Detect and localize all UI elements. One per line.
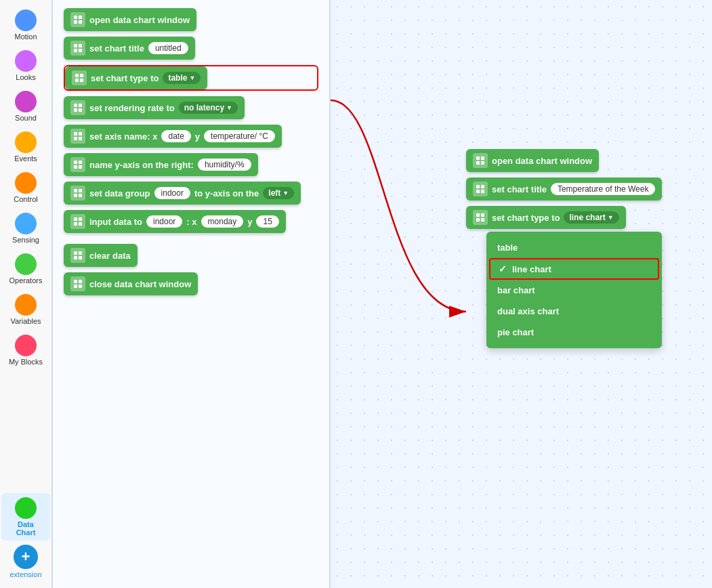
dropdown-item-dualaxis-label: dual axis chart: [497, 306, 559, 316]
sidebar-item-events[interactable]: Events: [1, 127, 50, 167]
sidebar-label-motion: Motion: [14, 33, 37, 41]
right-block-icon-2: [473, 182, 488, 196]
block-clear-data[interactable]: clear data: [64, 244, 318, 267]
sidebar-item-myblocks[interactable]: My Blocks: [1, 331, 50, 370]
sidebar-item-sound[interactable]: Sound: [1, 87, 50, 126]
svg-rect-47: [476, 190, 480, 193]
svg-rect-52: [481, 218, 484, 222]
svg-rect-1: [79, 16, 82, 19]
dropdown-arrow-2: ▼: [226, 104, 232, 111]
datachart-circle: [15, 497, 37, 519]
block-icon-4: [70, 100, 85, 115]
sidebar-item-extension[interactable]: + extension: [1, 541, 50, 583]
svg-rect-50: [481, 213, 484, 217]
svg-rect-9: [80, 74, 83, 77]
checkmark-icon: ✓: [499, 264, 507, 274]
block-input-data[interactable]: input data to indoor : x monday y 15: [64, 210, 318, 233]
dropdown-item-dualaxis[interactable]: dual axis chart: [486, 301, 662, 322]
block-input-data-group[interactable]: indoor: [146, 215, 182, 228]
sidebar-item-control[interactable]: Control: [1, 168, 50, 207]
block-input-y-val[interactable]: 15: [256, 215, 278, 228]
svg-rect-18: [74, 137, 77, 140]
block-icon-10: [70, 276, 85, 291]
right-block-set-title-pill[interactable]: Temperature of the Week: [551, 183, 656, 195]
svg-rect-0: [74, 16, 77, 19]
right-block-set-chart-type[interactable]: set chart type to line chart ▼ table ✓ l…: [466, 206, 662, 348]
block-icon-6: [70, 157, 85, 172]
block-axis-x-val[interactable]: date: [161, 130, 190, 142]
block-icon-1: [70, 12, 85, 27]
block-set-chart-title-pill[interactable]: untitled: [148, 42, 188, 54]
svg-rect-41: [476, 156, 480, 160]
dropdown-item-linechart[interactable]: ✓ line chart: [489, 258, 659, 280]
block-set-chart-type-dropdown[interactable]: table ▼: [163, 72, 201, 84]
block-set-axis-name[interactable]: set axis name: x date y temperature/ °C: [64, 125, 318, 148]
sidebar-item-operators[interactable]: Operators: [1, 249, 50, 289]
sidebar-item-sensing[interactable]: Sensing: [1, 209, 50, 248]
dropdown-item-table-label: table: [497, 243, 518, 253]
dropdown-item-table[interactable]: table: [486, 237, 662, 258]
main-area: open data chart window set chart title u…: [53, 0, 712, 588]
block-name-yaxis-val[interactable]: humidity/%: [198, 159, 251, 171]
svg-rect-37: [79, 280, 82, 283]
block-name-yaxis-right[interactable]: name y-axis on the right: humidity/%: [64, 153, 318, 176]
block-set-data-group[interactable]: set data group indoor to y-axis on the l…: [64, 182, 318, 205]
right-block-set-type-pre: set chart type to: [492, 213, 560, 223]
sidebar-item-motion[interactable]: Motion: [1, 5, 50, 45]
block-data-group-mid: to y-axis on the: [194, 188, 259, 198]
block-input-data-pre: input data to: [89, 217, 142, 227]
svg-rect-3: [79, 20, 82, 24]
block-set-chart-type-pre: set chart type to: [91, 73, 159, 83]
left-panel: open data chart window set chart title u…: [53, 0, 331, 588]
block-set-rendering-dropdown[interactable]: no latency ▼: [179, 102, 238, 114]
svg-rect-29: [79, 217, 82, 221]
sidebar-item-looks[interactable]: Looks: [1, 46, 50, 85]
block-set-chart-title[interactable]: set chart title untitled: [64, 37, 318, 60]
block-data-group-pre: set data group: [89, 188, 150, 198]
sidebar-label-looks: Looks: [16, 73, 35, 81]
dropdown-arrow-1: ▼: [189, 75, 195, 81]
svg-rect-34: [74, 256, 77, 259]
right-block-icon-3: [473, 210, 488, 225]
svg-rect-23: [79, 165, 82, 169]
block-set-chart-type-value: table: [168, 73, 187, 83]
block-input-x-val[interactable]: monday: [201, 215, 244, 228]
sidebar-item-datachart[interactable]: DataChart: [1, 493, 50, 541]
block-close-datachart[interactable]: close data chart window: [64, 272, 318, 295]
svg-rect-39: [79, 285, 82, 288]
right-block-set-title-pre: set chart title: [492, 184, 547, 194]
sidebar-item-variables[interactable]: Variables: [1, 290, 50, 329]
svg-rect-17: [79, 132, 82, 135]
svg-rect-5: [79, 44, 82, 47]
right-block-open-datachart[interactable]: open data chart window: [466, 149, 662, 172]
block-set-chart-type-outlined: set chart type to table ▼: [64, 65, 318, 91]
block-set-rendering-rate[interactable]: set rendering rate to no latency ▼: [64, 96, 318, 119]
right-dropdown-arrow: ▼: [608, 214, 614, 221]
sensing-circle: [15, 213, 37, 234]
operators-circle: [15, 253, 37, 275]
block-data-group-val[interactable]: indoor: [154, 187, 190, 199]
right-block-type-value: line chart: [569, 213, 605, 222]
svg-rect-27: [79, 194, 82, 197]
block-set-chart-type[interactable]: set chart type to table ▼: [65, 66, 207, 89]
block-data-group-dropdown[interactable]: left ▼: [263, 187, 294, 199]
svg-rect-24: [74, 189, 77, 192]
svg-rect-6: [74, 49, 77, 52]
block-axis-y-val[interactable]: temperature/ °C: [204, 130, 275, 142]
block-icon-9: [70, 248, 85, 263]
myblocks-circle: [15, 335, 37, 356]
block-axis-y-label: y: [195, 131, 200, 142]
block-name-yaxis-pre: name y-axis on the right:: [89, 160, 194, 170]
svg-rect-38: [74, 285, 77, 288]
dropdown-item-piechart[interactable]: pie chart: [486, 322, 662, 343]
block-input-colon: : x: [186, 217, 196, 227]
right-block-type-dropdown[interactable]: line chart ▼: [564, 211, 619, 224]
svg-rect-21: [79, 161, 82, 164]
block-close-datachart-label: close data chart window: [89, 279, 191, 289]
block-open-datachart[interactable]: open data chart window: [64, 8, 318, 31]
sidebar-label-variables: Variables: [10, 317, 41, 325]
right-block-set-chart-title[interactable]: set chart title Temperature of the Week: [466, 177, 662, 201]
svg-rect-45: [476, 185, 480, 188]
dropdown-item-barchart[interactable]: bar chart: [486, 280, 662, 301]
dropdown-item-piechart-label: pie chart: [497, 327, 534, 337]
